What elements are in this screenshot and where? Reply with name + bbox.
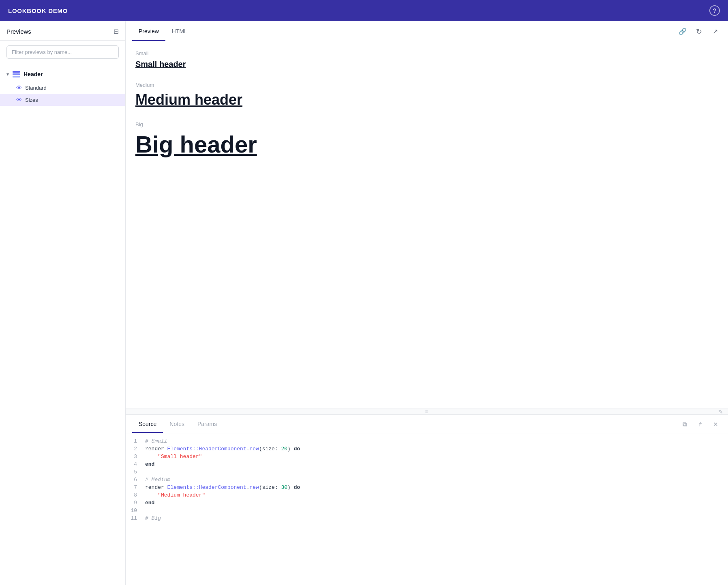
tree-group-label: Header	[24, 71, 43, 77]
sidebar-tree: ▾ Header 👁 Standard 👁 Sizes	[0, 64, 125, 109]
redirect-icon: ↱	[698, 421, 703, 428]
code-panel: Source Notes Params ⧉ ↱ ✕	[126, 415, 728, 585]
drag-dots-icon: ≡	[425, 409, 428, 415]
sidebar-header: Previews ⊟	[0, 21, 125, 41]
copy-icon: ⧉	[683, 421, 687, 428]
link-icon: 🔗	[679, 28, 687, 35]
code-line: 10	[126, 507, 728, 514]
tab-preview[interactable]: Preview	[132, 22, 165, 41]
code-line: 6 # Medium	[126, 476, 728, 484]
code-line: 11 # Big	[126, 514, 728, 522]
preview-section-big: Big Big header	[135, 121, 718, 158]
stack-icon	[12, 70, 20, 78]
sidebar-item-label: Sizes	[25, 97, 38, 103]
code-line: 1 # Small	[126, 437, 728, 445]
open-external-button[interactable]: ↗	[709, 25, 722, 38]
code-line: 7 render Elements::HeaderComponent.new(s…	[126, 484, 728, 491]
sidebar-filter	[0, 41, 125, 64]
code-tab-source[interactable]: Source	[132, 416, 163, 433]
eye-icon: 👁	[16, 84, 22, 91]
copy-code-button[interactable]: ⧉	[679, 418, 691, 430]
code-line: 4 end	[126, 460, 728, 468]
toolbar-actions: 🔗 ↻ ↗	[676, 25, 722, 38]
sidebar-item-label: Standard	[25, 85, 47, 91]
toolbar-tabs: Preview HTML	[132, 22, 676, 41]
sidebar-item-sizes[interactable]: 👁 Sizes	[0, 94, 125, 106]
sidebar: Previews ⊟ ▾ Header 👁 Standard	[0, 21, 126, 585]
edit-icon: ✎	[718, 409, 723, 415]
header-big: Big header	[135, 131, 718, 158]
app-title: LOOKBOOK DEMO	[8, 7, 68, 14]
sidebar-collapse-button[interactable]: ⊟	[113, 28, 119, 35]
header-small: Small header	[135, 60, 718, 69]
close-icon: ✕	[713, 421, 718, 428]
redirect-button[interactable]: ↱	[694, 418, 706, 430]
filter-input[interactable]	[6, 45, 119, 59]
help-button[interactable]: ?	[709, 5, 720, 16]
section-label-big: Big	[135, 121, 718, 127]
content-area: Preview HTML 🔗 ↻ ↗ Small Small header	[126, 21, 728, 585]
open-external-icon: ↗	[713, 28, 718, 35]
code-tab-notes[interactable]: Notes	[163, 416, 191, 433]
section-label-medium: Medium	[135, 82, 718, 88]
code-tab-params[interactable]: Params	[191, 416, 223, 433]
sidebar-title: Previews	[6, 28, 31, 35]
tree-group-header[interactable]: ▾ Header	[0, 67, 125, 82]
close-code-button[interactable]: ✕	[709, 418, 722, 430]
header-medium: Medium header	[135, 91, 718, 108]
code-line: 5	[126, 468, 728, 476]
drag-handle[interactable]: ≡ ✎	[126, 409, 728, 415]
main-layout: Previews ⊟ ▾ Header 👁 Standard	[0, 21, 728, 585]
code-line: 8 "Medium header"	[126, 491, 728, 499]
top-nav: LOOKBOOK DEMO ?	[0, 0, 728, 21]
chevron-down-icon: ▾	[6, 71, 9, 77]
preview-section-small: Small Small header	[135, 50, 718, 69]
code-line: 3 "Small header"	[126, 453, 728, 460]
content-toolbar: Preview HTML 🔗 ↻ ↗	[126, 21, 728, 42]
link-button[interactable]: 🔗	[676, 25, 689, 38]
code-tabs-bar: Source Notes Params ⧉ ↱ ✕	[126, 415, 728, 434]
refresh-button[interactable]: ↻	[692, 25, 705, 38]
sidebar-item-standard[interactable]: 👁 Standard	[0, 82, 125, 94]
code-line: 9 end	[126, 499, 728, 507]
preview-panel: Small Small header Medium Medium header …	[126, 42, 728, 409]
help-icon: ?	[713, 7, 716, 14]
preview-section-medium: Medium Medium header	[135, 82, 718, 108]
refresh-icon: ↻	[696, 27, 702, 36]
collapse-icon: ⊟	[113, 28, 119, 35]
section-label-small: Small	[135, 50, 718, 56]
code-line: 2 render Elements::HeaderComponent.new(s…	[126, 445, 728, 453]
eye-icon: 👁	[16, 97, 22, 103]
code-tab-actions: ⧉ ↱ ✕	[679, 418, 722, 430]
code-content: 1 # Small 2 render Elements::HeaderCompo…	[126, 434, 728, 585]
tab-html[interactable]: HTML	[165, 22, 194, 41]
